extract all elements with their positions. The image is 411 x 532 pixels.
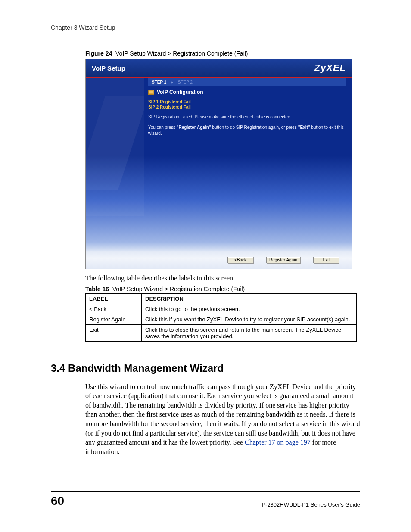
sip1-status: SIP 1 Registered Fail bbox=[148, 100, 346, 105]
msg2-pre: You can press bbox=[148, 125, 177, 130]
cell-desc: Click this to go to the previous screen. bbox=[142, 304, 357, 314]
wizard-msg2: You can press "Register Again" button to… bbox=[148, 124, 346, 137]
intro-paragraph: The following table describes the labels… bbox=[85, 274, 360, 283]
wizard-msg1: SIP Registration Failed. Please make sur… bbox=[148, 114, 346, 120]
figure-caption: Figure 24 VoIP Setup Wizard > Registrati… bbox=[85, 50, 360, 57]
cell-label: Exit bbox=[86, 324, 142, 341]
table-row: Register Again Click this if you want th… bbox=[86, 314, 357, 324]
wizard-body: STEP 1 ▸ STEP 2 VoIP Configuration SIP 1… bbox=[86, 78, 352, 251]
page-number: 60 bbox=[51, 494, 64, 508]
cell-desc: Click this if you want the ZyXEL Device … bbox=[142, 314, 357, 324]
table-row: < Back Click this to go to the previous … bbox=[86, 304, 357, 314]
chapter-17-link[interactable]: Chapter 17 on page 197 bbox=[245, 439, 311, 446]
step-2: STEP 2 bbox=[178, 80, 193, 84]
cell-label: Register Again bbox=[86, 314, 142, 324]
step-arrow: ▸ bbox=[171, 80, 173, 84]
section-3-4-body: Use this wizard to control how much traf… bbox=[85, 382, 360, 457]
wizard-footer: <Back Register Again Exit bbox=[86, 251, 352, 269]
chapter-header: Chapter 3 Wizard Setup bbox=[51, 24, 115, 31]
wizard-screenshot: VoIP Setup ZyXEL STEP 1 ▸ STEP 2 VoIP Co… bbox=[85, 59, 352, 269]
cell-label: < Back bbox=[86, 304, 142, 314]
wizard-right-panel: STEP 1 ▸ STEP 2 VoIP Configuration SIP 1… bbox=[144, 78, 352, 251]
wizard-title: VoIP Setup bbox=[92, 65, 125, 72]
msg2-b1: "Register Again" bbox=[177, 125, 211, 130]
exit-button[interactable]: Exit bbox=[313, 257, 339, 263]
wizard-section-title: VoIP Configuration bbox=[157, 89, 203, 95]
figure-caption-text: VoIP Setup Wizard > Registration Complet… bbox=[115, 50, 248, 57]
table-caption-text: VoIP Setup Wizard > Registration Complet… bbox=[112, 286, 245, 292]
msg2-mid: button to do SIP Registration again, or … bbox=[211, 125, 298, 130]
back-button[interactable]: <Back bbox=[227, 257, 253, 263]
wizard-titlebar: VoIP Setup ZyXEL bbox=[86, 59, 352, 77]
register-again-button[interactable]: Register Again bbox=[266, 257, 300, 263]
wizard-section-header: VoIP Configuration bbox=[148, 89, 346, 95]
step-indicator: STEP 1 ▸ STEP 2 bbox=[148, 78, 346, 86]
table-label: Table 16 bbox=[85, 286, 109, 292]
table-caption: Table 16 VoIP Setup Wizard > Registratio… bbox=[85, 286, 360, 292]
cell-desc: Click this to close this screen and retu… bbox=[142, 324, 357, 341]
figure-label: Figure 24 bbox=[85, 50, 112, 57]
folder-icon bbox=[148, 90, 154, 95]
table-header-row: LABEL DESCRIPTION bbox=[86, 293, 357, 304]
body-pre: Use this wizard to control how much traf… bbox=[85, 383, 360, 446]
table-row: Exit Click this to close this screen and… bbox=[86, 324, 357, 341]
msg2-b2: "Exit" bbox=[298, 125, 310, 130]
label-description-table: LABEL DESCRIPTION < Back Click this to g… bbox=[85, 293, 357, 342]
section-3-4-heading: 3.4 Bandwidth Management Wizard bbox=[51, 362, 360, 374]
wizard-left-panel bbox=[86, 78, 144, 251]
guide-title: P-2302HWUDL-P1 Series User's Guide bbox=[262, 501, 360, 508]
th-label: LABEL bbox=[86, 293, 142, 304]
th-desc: DESCRIPTION bbox=[142, 293, 357, 304]
step-1: STEP 1 bbox=[152, 80, 166, 84]
brand-logo: ZyXEL bbox=[314, 62, 346, 74]
sip2-status: SIP 2 Registered Fail bbox=[148, 105, 346, 110]
page-footer: 60 P-2302HWUDL-P1 Series User's Guide bbox=[51, 491, 360, 508]
header-rule bbox=[51, 33, 360, 33]
